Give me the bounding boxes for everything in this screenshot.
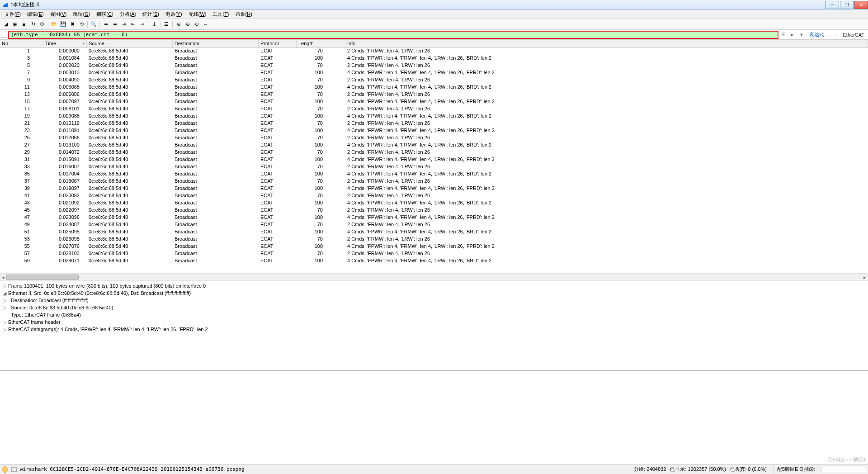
tree-line[interactable]: ▷ Destination: Broadcast (ff:ff:ff:ff:ff…	[3, 297, 865, 304]
table-row[interactable]: 530.0260950c:e8:6c:68:5d:40BroadcastECAT…	[0, 236, 868, 243]
zoom-reset-icon[interactable]: ⊙	[193, 20, 201, 28]
open-icon[interactable]: 📂	[50, 20, 58, 28]
col-time[interactable]: Time▴	[43, 40, 87, 47]
tree-toggle-icon[interactable]: ▷	[3, 297, 8, 304]
apply-filter-button[interactable]: ▸	[788, 31, 797, 39]
record-icon[interactable]: ◉	[11, 20, 19, 28]
menu-h[interactable]: 帮助(H)	[233, 10, 255, 19]
table-row[interactable]: 90.0040900c:e8:6c:68:5d:40BroadcastECAT7…	[0, 77, 868, 84]
menu-v[interactable]: 视图(V)	[47, 10, 70, 19]
menu-a[interactable]: 分析(A)	[117, 10, 139, 19]
tree-toggle-icon[interactable]	[3, 311, 8, 318]
col-length[interactable]: Length	[297, 40, 345, 47]
display-filter-input[interactable]	[8, 31, 778, 39]
reload-icon[interactable]: ⟲	[77, 20, 85, 28]
scroll-thumb[interactable]	[6, 275, 79, 280]
resize-columns-icon[interactable]: ↔	[202, 20, 210, 28]
menu-e[interactable]: 编辑(E)	[24, 10, 47, 19]
table-row[interactable]: 430.0210920c:e8:6c:68:5d:40BroadcastECAT…	[0, 200, 868, 207]
expert-info-icon[interactable]	[2, 466, 8, 473]
expression-button[interactable]: 表达式…	[807, 31, 832, 38]
table-row[interactable]: 230.0110910c:e8:6c:68:5d:40BroadcastECAT…	[0, 128, 868, 135]
table-row[interactable]: 490.0240870c:e8:6c:68:5d:40BroadcastECAT…	[0, 222, 868, 229]
table-row[interactable]: 350.0170040c:e8:6c:68:5d:40BroadcastECAT…	[0, 171, 868, 178]
table-row[interactable]: 570.0281030c:e8:6c:68:5d:40BroadcastECAT…	[0, 251, 868, 258]
restart-icon[interactable]: ↻	[29, 20, 37, 28]
stop-icon[interactable]: ■	[20, 20, 28, 28]
save-icon[interactable]: 💾	[59, 20, 67, 28]
go-first-icon[interactable]: ⇤	[129, 20, 137, 28]
tree-toggle-icon[interactable]: ▷	[3, 282, 8, 289]
add-filter-button[interactable]: +	[833, 32, 839, 38]
h-scrollbar[interactable]: ◂ ▸	[0, 273, 868, 280]
menu-y[interactable]: 电话(Y)	[163, 10, 185, 19]
minimize-button[interactable]: ─	[826, 1, 839, 9]
tree-line[interactable]: ▷EtherCAT datagram(s): 4 Cmds, 'FPWR': l…	[3, 326, 865, 333]
col-destination[interactable]: Destination	[173, 40, 259, 47]
profile-label[interactable]: 配5脚趾E O脚踪t	[773, 466, 818, 473]
menu-c[interactable]: 捕获(C)	[94, 10, 116, 19]
table-row[interactable]: 390.0190970c:e8:6c:68:5d:40BroadcastECAT…	[0, 185, 868, 193]
zoom-out-icon[interactable]: ⊖	[184, 20, 192, 28]
table-row[interactable]: 170.0081010c:e8:6c:68:5d:40BroadcastECAT…	[0, 106, 868, 113]
find-icon[interactable]: 🔍	[90, 20, 98, 28]
tree-toggle-icon[interactable]: ◢	[3, 289, 8, 297]
close-file-icon[interactable]: ✖	[68, 20, 76, 28]
filter-protocol-label[interactable]: EtherCAT	[840, 32, 867, 38]
colorize-icon[interactable]: ☰	[162, 20, 170, 28]
col-protocol[interactable]: Protocol	[259, 40, 297, 47]
menu-w[interactable]: 无线(W)	[186, 10, 209, 19]
go-back-icon[interactable]: ⬅	[102, 20, 110, 28]
table-row[interactable]: 510.0250950c:e8:6c:68:5d:40BroadcastECAT…	[0, 229, 868, 236]
tree-line[interactable]: ◢Ethernet II, Src: 0c:e8:6c:68:5d:40 (0c…	[3, 289, 865, 297]
menu-s[interactable]: 统计(S)	[140, 10, 162, 19]
go-forward-icon[interactable]: ➡	[111, 20, 119, 28]
table-row[interactable]: 110.0050880c:e8:6c:68:5d:40BroadcastECAT…	[0, 84, 868, 91]
tree-line[interactable]: ▷Frame 1100401: 100 bytes on wire (800 b…	[3, 282, 865, 289]
table-row[interactable]: 30.0010840c:e8:6c:68:5d:40BroadcastECAT1…	[0, 55, 868, 62]
scroll-right-icon[interactable]: ▸	[862, 274, 868, 281]
col-info[interactable]: Info	[345, 40, 868, 47]
tree-toggle-icon[interactable]: ▷	[3, 318, 8, 326]
menu-g[interactable]: 跳转(G)	[70, 10, 93, 19]
zoom-in-icon[interactable]: ⊕	[175, 20, 183, 28]
options-icon[interactable]: ⚙	[38, 20, 46, 28]
tree-toggle-icon[interactable]: ▷	[3, 326, 8, 333]
table-row[interactable]: 50.0020200c:e8:6c:68:5d:40BroadcastECAT7…	[0, 62, 868, 70]
tree-line[interactable]: ▷ Source: 0c:e8:6c:68:5d:40 (0c:e8:6c:68…	[3, 304, 865, 311]
go-to-packet-icon[interactable]: ➔	[120, 20, 128, 28]
table-row[interactable]: 370.0180870c:e8:6c:68:5d:40BroadcastECAT…	[0, 178, 868, 185]
scroll-left-icon[interactable]: ◂	[0, 274, 6, 281]
tree-toggle-icon[interactable]: ▷	[3, 304, 8, 311]
table-row[interactable]: 130.0060860c:e8:6c:68:5d:40BroadcastECAT…	[0, 91, 868, 99]
table-row[interactable]: 590.0290710c:e8:6c:68:5d:40BroadcastECAT…	[0, 258, 868, 265]
table-row[interactable]: 550.0270760c:e8:6c:68:5d:40BroadcastECAT…	[0, 243, 868, 251]
filter-bookmark-button[interactable]	[1, 32, 7, 38]
table-row[interactable]: 330.0160070c:e8:6c:68:5d:40BroadcastECAT…	[0, 164, 868, 171]
table-row[interactable]: 10.0000000c:e8:6c:68:5d:40BroadcastECAT7…	[0, 48, 868, 55]
table-row[interactable]: 270.0131000c:e8:6c:68:5d:40BroadcastECAT…	[0, 142, 868, 149]
table-row[interactable]: 450.0220970c:e8:6c:68:5d:40BroadcastECAT…	[0, 207, 868, 214]
col-no[interactable]: No.	[0, 40, 43, 47]
table-row[interactable]: 190.0090880c:e8:6c:68:5d:40BroadcastECAT…	[0, 113, 868, 120]
table-row[interactable]: 410.0200920c:e8:6c:68:5d:40BroadcastECAT…	[0, 193, 868, 200]
col-source[interactable]: Source	[87, 40, 173, 47]
close-button[interactable]: ✕	[854, 1, 868, 9]
maximize-button[interactable]: ❐	[840, 1, 854, 9]
table-row[interactable]: 290.0140720c:e8:6c:68:5d:40BroadcastECAT…	[0, 149, 868, 156]
menu-f[interactable]: 文件(F)	[2, 10, 24, 19]
recent-filters-button[interactable]: ▾	[797, 31, 806, 39]
table-row[interactable]: 250.0120660c:e8:6c:68:5d:40BroadcastECAT…	[0, 135, 868, 142]
shark-fin-icon[interactable]: ◢	[2, 20, 10, 28]
table-row[interactable]: 150.0070970c:e8:6c:68:5d:40BroadcastECAT…	[0, 99, 868, 106]
table-row[interactable]: 310.0150910c:e8:6c:68:5d:40BroadcastECAT…	[0, 156, 868, 164]
table-row[interactable]: 210.0101190c:e8:6c:68:5d:40BroadcastECAT…	[0, 120, 868, 128]
menu-t[interactable]: 工具(T)	[210, 10, 231, 19]
clear-filter-button[interactable]: ☒	[779, 31, 788, 39]
go-last-icon[interactable]: ⇥	[138, 20, 146, 28]
tree-line[interactable]: ▷EtherCAT frame header	[3, 318, 865, 326]
table-row[interactable]: 70.0030130c:e8:6c:68:5d:40BroadcastECAT1…	[0, 70, 868, 77]
auto-scroll-icon[interactable]: ⤓	[150, 20, 158, 28]
packet-list[interactable]: 10.0000000c:e8:6c:68:5d:40BroadcastECAT7…	[0, 48, 868, 273]
tree-line[interactable]: Type: EtherCAT frame (0x88a4)	[3, 311, 865, 318]
